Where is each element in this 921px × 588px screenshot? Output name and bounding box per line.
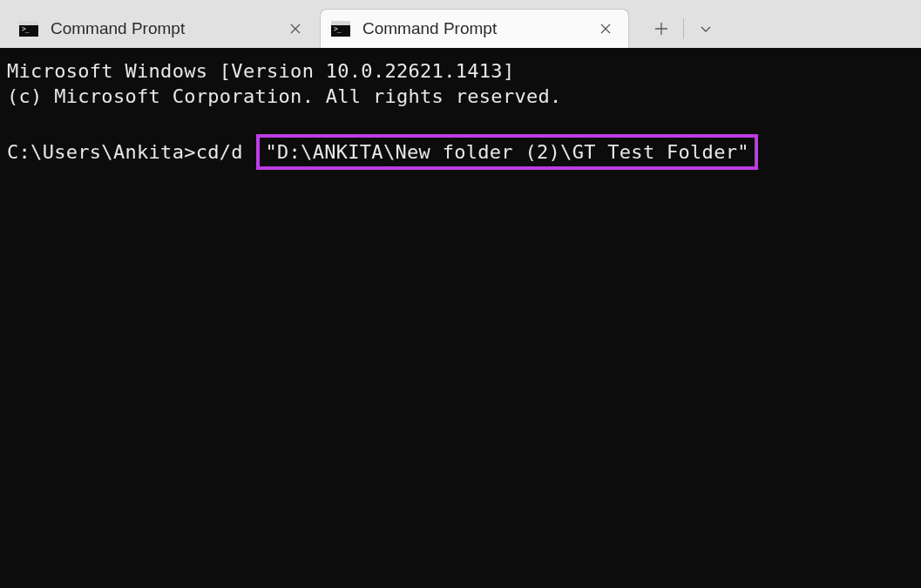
chevron-down-icon (700, 23, 712, 35)
tab-active[interactable]: Command Prompt (320, 9, 629, 48)
terminal-icon (331, 21, 350, 37)
tab-title: Command Prompt (51, 19, 283, 38)
add-tab-button[interactable] (640, 11, 683, 46)
tab-actions (640, 9, 728, 48)
prompt-text: C:\Users\Ankita>cd/d (7, 141, 254, 163)
close-icon (290, 24, 301, 34)
close-tab-button[interactable] (593, 17, 618, 41)
highlighted-path: "D:\ANKITA\New folder (2)\GT Test Folder… (256, 134, 757, 170)
close-tab-button[interactable] (283, 17, 308, 41)
plus-icon (654, 22, 668, 36)
tab-inactive[interactable]: Command Prompt (9, 9, 318, 48)
tab-title: Command Prompt (362, 19, 593, 38)
terminal-output[interactable]: Microsoft Windows [Version 10.0.22621.14… (0, 48, 921, 588)
version-line: Microsoft Windows [Version 10.0.22621.14… (7, 60, 514, 82)
copyright-line: (c) Microsoft Corporation. All rights re… (7, 85, 562, 107)
terminal-icon (19, 21, 38, 37)
tab-dropdown-button[interactable] (684, 11, 728, 46)
close-icon (600, 24, 611, 34)
tab-bar: Command Prompt Command Prompt (0, 0, 921, 48)
